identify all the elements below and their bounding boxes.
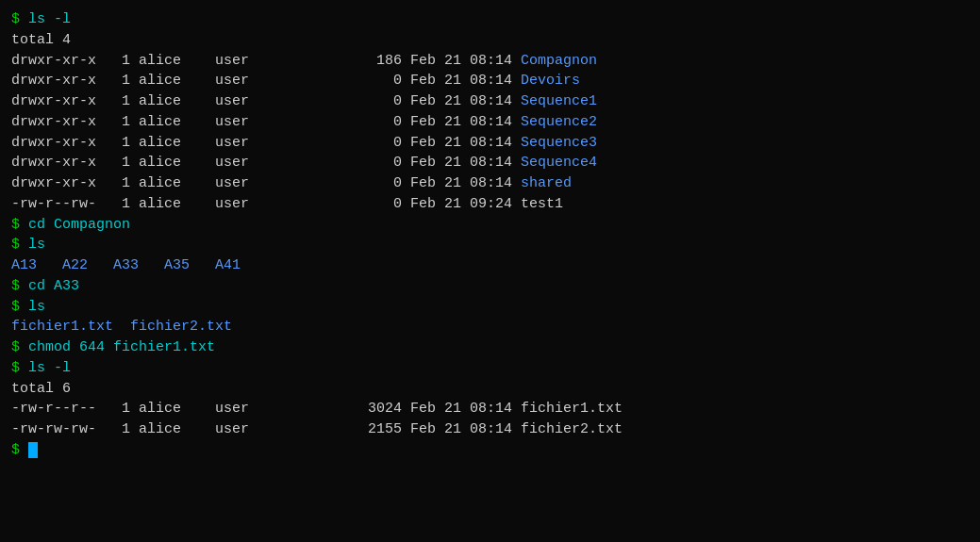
line-12: $ ls	[11, 235, 969, 255]
cmd-3: ls	[28, 237, 45, 253]
line-6: drwxr-xr-x 1 alice user 0 Feb 21 08:14 S…	[11, 112, 969, 133]
prompt-4: $	[11, 278, 28, 294]
line-16: fichier1.txt fichier2.txt	[11, 317, 969, 337]
line-8: drwxr-xr-x 1 alice user 0 Feb 21 08:14 S…	[11, 153, 969, 173]
prompt-2: $	[11, 217, 28, 233]
prompt-5: $	[11, 299, 28, 315]
line-7: drwxr-xr-x 1 alice user 0 Feb 21 08:14 S…	[11, 133, 969, 154]
line-19: total 6	[11, 379, 969, 400]
cursor	[28, 442, 38, 458]
prompt-7: $	[11, 360, 28, 376]
prompt-1: $	[11, 11, 28, 27]
line-2: total 4	[11, 30, 969, 51]
line-22: $	[11, 440, 969, 461]
prompt-3: $	[11, 237, 28, 253]
line-1: $ ls -l	[11, 9, 969, 30]
output-total: total 4	[11, 32, 71, 48]
cmd-7: ls -l	[28, 360, 71, 376]
line-15: $ ls	[11, 297, 969, 318]
line-17: $ chmod 644 fichier1.txt	[11, 337, 969, 358]
line-9: drwxr-xr-x 1 alice user 0 Feb 21 08:14 s…	[11, 173, 969, 194]
cmd-1: ls -l	[28, 11, 71, 27]
line-10: -rw-r--rw- 1 alice user 0 Feb 21 09:24 t…	[11, 194, 969, 215]
line-4: drwxr-xr-x 1 alice user 0 Feb 21 08:14 D…	[11, 71, 969, 91]
line-20: -rw-r--r-- 1 alice user 3024 Feb 21 08:1…	[11, 399, 969, 419]
prompt-6: $	[11, 339, 28, 355]
cmd-2: cd Compagnon	[28, 217, 130, 233]
line-13: A13 A22 A33 A35 A41	[11, 255, 969, 276]
cmd-4: cd A33	[28, 278, 79, 294]
line-5: drwxr-xr-x 1 alice user 0 Feb 21 08:14 S…	[11, 91, 969, 112]
line-18: $ ls -l	[11, 358, 969, 379]
prompt-final: $	[11, 442, 28, 458]
line-21: -rw-rw-rw- 1 alice user 2155 Feb 21 08:1…	[11, 419, 969, 440]
line-3: drwxr-xr-x 1 alice user 186 Feb 21 08:14…	[11, 51, 969, 72]
terminal: $ ls -l total 4 drwxr-xr-x 1 alice user …	[11, 9, 969, 461]
cmd-6: chmod 644 fichier1.txt	[28, 339, 215, 355]
line-14: $ cd A33	[11, 276, 969, 297]
cmd-5: ls	[28, 299, 45, 315]
line-11: $ cd Compagnon	[11, 215, 969, 236]
